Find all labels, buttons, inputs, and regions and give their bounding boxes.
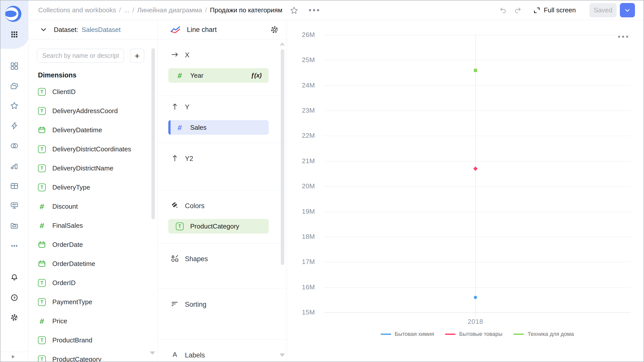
legend-item[interactable]: Бытовая химия [381, 331, 434, 337]
y-axis-tick-label: 24M [296, 81, 315, 89]
dataset-scroll-down-icon[interactable] [150, 351, 155, 355]
dataset-header: Dataset: SalesDataset [28, 20, 157, 39]
fullscreen-icon[interactable] [531, 5, 542, 16]
dataset-collapse-chevron-icon[interactable] [40, 26, 47, 33]
field-list-item[interactable]: OrderDate [28, 235, 149, 254]
expand-play-icon[interactable] [10, 354, 16, 360]
field-list-item[interactable]: TDeliveryDistrictCoordinates [28, 140, 149, 159]
y-gridline [324, 262, 631, 262]
text-field-icon: T [38, 107, 46, 115]
table-icon[interactable] [10, 181, 19, 191]
text-field-icon: T [176, 222, 184, 230]
field-list-item[interactable]: OrderDatetime [28, 254, 149, 273]
lightning-icon[interactable] [10, 121, 19, 130]
legend-item[interactable]: Техника для дома [513, 331, 574, 337]
shelf-header: Colors [158, 201, 287, 210]
shelf-y: Y#Sales [158, 96, 287, 143]
datalens-logo[interactable] [5, 6, 21, 22]
breadcrumb-separator: / [205, 6, 207, 14]
folders-icon[interactable] [10, 81, 19, 91]
sort-lines-icon [171, 300, 179, 309]
field-list-item[interactable]: TDeliveryType [28, 178, 149, 197]
field-name: PaymentType [52, 298, 92, 306]
config-scroll-down-icon[interactable] [279, 353, 285, 357]
more-nav-icon[interactable] [10, 241, 19, 251]
dataset-label: Dataset: [54, 26, 78, 34]
legend-swatch [445, 334, 456, 335]
dimensions-list: TClientIDTDeliveryAddressCoordDeliveryDa… [28, 82, 149, 361]
y-axis-tick-label: 17M [296, 258, 315, 266]
field-list-item[interactable]: #FinalSales [28, 216, 149, 235]
app-window: ? Collections and workbooks/.../Линейная… [0, 0, 644, 362]
breadcrumb-more-icon[interactable] [309, 9, 319, 11]
legend-swatch [381, 334, 391, 335]
config-scrollbar[interactable] [281, 49, 284, 265]
shelf-header: X [158, 51, 287, 60]
add-field-button[interactable]: + [130, 49, 144, 63]
field-list-item[interactable]: TDeliveryAddressCoord [28, 101, 149, 120]
saved-button[interactable]: Saved [589, 3, 617, 17]
apps-grid-icon[interactable] [10, 30, 19, 39]
field-list-item[interactable]: #Discount [28, 197, 149, 216]
field-list-item[interactable]: TProductBrand [28, 331, 149, 350]
pill-field-name: Year [190, 72, 204, 79]
redo-icon[interactable] [512, 5, 523, 16]
field-name: OrderID [52, 279, 75, 287]
chart-menu-ellipsis-icon[interactable] [618, 36, 628, 38]
legend-item[interactable]: Бытовые товары [445, 331, 502, 337]
formula-fx-icon[interactable]: ƒ(x) [251, 72, 262, 79]
text-field-icon: T [38, 279, 46, 287]
text-field-icon: T [38, 184, 46, 191]
field-name: DeliveryDatetime [52, 126, 102, 134]
field-name: Price [52, 317, 67, 325]
chart-settings-gear-icon[interactable] [270, 25, 279, 34]
field-list-item[interactable]: #Price [28, 311, 149, 331]
breadcrumb-segment[interactable]: Линейная диаграмма [137, 6, 202, 14]
breadcrumb-separator: / [119, 6, 121, 14]
series-marker-circle[interactable] [474, 296, 477, 299]
rail-footer [1, 352, 28, 361]
tiles-icon[interactable] [10, 61, 19, 71]
gear-icon[interactable] [10, 313, 19, 322]
folder-cloud-icon[interactable] [10, 221, 19, 231]
breadcrumb-current[interactable]: Продажи по категориям [210, 6, 282, 14]
pill-accent-bar [168, 120, 171, 135]
star-nav-icon[interactable] [10, 101, 19, 110]
field-name: ProductCategory [52, 355, 101, 362]
fullscreen-label[interactable]: Full screen [544, 6, 576, 14]
field-search-input[interactable] [37, 49, 124, 63]
text-field-icon: T [38, 88, 46, 96]
y-axis-tick-label: 16M [296, 283, 315, 291]
series-marker-square[interactable] [474, 69, 477, 72]
field-list-item[interactable]: DeliveryDatetime [28, 120, 149, 140]
field-list-item[interactable]: TDeliveryDistrictName [28, 159, 149, 178]
field-name: DeliveryType [52, 184, 90, 191]
date-field-icon [38, 126, 46, 134]
bar-chart-icon[interactable] [10, 161, 19, 171]
config-scroll-up-icon[interactable] [279, 42, 285, 46]
x-category-gridline [475, 35, 476, 317]
field-name: OrderDate [52, 241, 83, 249]
shelf-pill-productcategory[interactable]: TProductCategory [168, 219, 269, 234]
save-dropdown-button[interactable] [620, 3, 635, 17]
help-icon[interactable]: ? [10, 293, 19, 302]
monitor-pulse-icon[interactable] [10, 201, 19, 210]
field-list-item[interactable]: TPaymentType [28, 292, 149, 311]
breadcrumb-segment[interactable]: ... [124, 6, 130, 14]
chart-type-label[interactable]: Line chart [187, 26, 217, 34]
dataset-scrollbar[interactable] [151, 48, 155, 219]
shelf-label: X [185, 51, 189, 59]
field-list-item[interactable]: TClientID [28, 82, 149, 101]
bell-icon[interactable] [10, 273, 19, 282]
rings-icon[interactable] [10, 141, 19, 151]
dataset-name-link[interactable]: SalesDataset [82, 26, 121, 34]
series-marker-diamond[interactable] [473, 166, 478, 171]
field-name: ProductBrand [52, 336, 92, 344]
breadcrumb-segment[interactable]: Collections and workbooks [38, 6, 116, 14]
undo-icon[interactable] [498, 5, 509, 16]
shelf-pill-sales[interactable]: #Sales [168, 120, 269, 135]
field-list-item[interactable]: TProductCategory [28, 350, 149, 361]
favorite-star-icon[interactable] [290, 6, 298, 15]
field-list-item[interactable]: TOrderID [28, 273, 149, 292]
shelf-pill-year[interactable]: #Yearƒ(x) [168, 68, 269, 83]
